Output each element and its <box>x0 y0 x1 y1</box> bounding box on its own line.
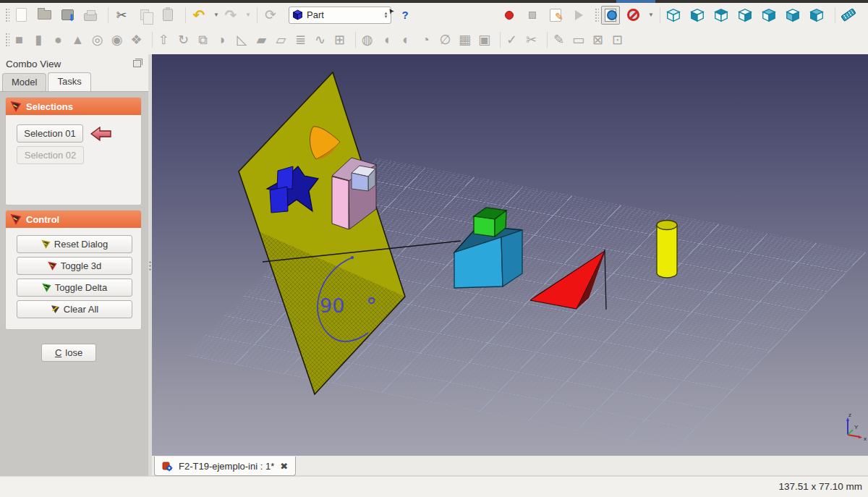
yellow-plane[interactable] <box>239 72 405 394</box>
dimension-readout: 137.51 x 77.10 mm <box>778 481 862 492</box>
print-button[interactable] <box>81 6 100 25</box>
view-bottom-button[interactable] <box>783 6 802 25</box>
control-groupbox: Control Reset Dialog Toggle 3d <box>5 210 142 330</box>
part-make-face-icon[interactable]: ▰ <box>254 31 269 48</box>
selection-01-button[interactable]: Selection 01 <box>17 124 83 143</box>
cut-button[interactable]: ✂ <box>112 6 131 25</box>
view-left-button[interactable] <box>807 6 826 25</box>
whats-this-button[interactable]: ? <box>396 6 414 25</box>
small-lavender-cube[interactable] <box>352 166 375 191</box>
part-chamfer-icon[interactable]: ◺ <box>234 31 250 48</box>
clear-all-label: Clear All <box>64 304 98 315</box>
axis-x-label: x <box>864 436 867 442</box>
macro-stop-button[interactable] <box>523 6 542 25</box>
part-defeaturing-icon[interactable]: ✂ <box>524 31 539 48</box>
toolbar-separator[interactable] <box>152 32 153 48</box>
refresh-button[interactable]: ⟳ <box>261 6 280 25</box>
part-boolean-section-icon[interactable]: ◔ <box>418 31 433 48</box>
copy-icon <box>140 9 149 20</box>
toggle-delta-button[interactable]: Toggle Delta <box>17 279 132 297</box>
macro-record-button[interactable] <box>500 6 519 25</box>
measure-distance-button[interactable] <box>839 6 858 25</box>
redo-history-dropdown[interactable]: ▼ <box>244 6 252 25</box>
view-front-icon <box>689 7 705 23</box>
new-document-icon <box>16 8 27 22</box>
open-document-button[interactable] <box>35 6 54 25</box>
clear-all-icon <box>51 305 60 314</box>
part-offset-icon[interactable]: ⊞ <box>332 31 347 48</box>
part-sphere-icon[interactable]: ● <box>51 31 66 48</box>
part-boolean-common-icon[interactable]: ◐ <box>399 31 414 48</box>
selections-header: Selections <box>6 98 141 115</box>
toolbar-separator[interactable] <box>355 32 356 48</box>
part-misc-tool-1-icon[interactable]: ✎ <box>551 31 566 48</box>
3d-viewport[interactable]: 90 ° z Y x <box>152 54 868 456</box>
toolbar-separator[interactable] <box>547 32 548 48</box>
document-tab[interactable]: F2-T19-ejemplo-ini : 1* ✖ <box>154 456 296 476</box>
part-misc-tool-4-icon[interactable]: ⊡ <box>610 31 625 48</box>
paste-button[interactable] <box>158 6 177 25</box>
undo-history-dropdown[interactable]: ▼ <box>213 6 220 25</box>
view-axonometric-button[interactable] <box>664 6 683 25</box>
tab-model[interactable]: Model <box>2 73 46 91</box>
part-misc-tool-3-icon[interactable]: ⊠ <box>590 31 605 48</box>
part-box-icon[interactable]: ■ <box>12 31 27 48</box>
view-rear-button[interactable] <box>760 6 778 25</box>
scissors-icon: ✂ <box>116 7 127 23</box>
workbench-selector[interactable]: Part ▲▼ <box>289 7 391 24</box>
part-tube-icon[interactable]: ◉ <box>109 31 124 48</box>
part-loft-icon[interactable]: ≣ <box>293 31 308 48</box>
combo-view-panel: Combo View Model Tasks Selections Select… <box>0 54 148 476</box>
angle-value-label: 90 <box>320 294 344 317</box>
part-cone-icon[interactable]: ▲ <box>70 31 85 48</box>
toggle-3d-button[interactable]: Toggle 3d <box>17 257 132 275</box>
part-ruled-surface-icon[interactable]: ▱ <box>273 31 289 48</box>
close-button[interactable]: Close <box>41 344 96 362</box>
part-fillet-icon[interactable]: ◗ <box>215 31 230 48</box>
part-torus-icon[interactable]: ◎ <box>90 31 105 48</box>
reset-dialog-button[interactable]: Reset Dialog <box>17 235 132 253</box>
open-folder-icon <box>38 10 51 20</box>
view-right-button[interactable] <box>736 6 754 25</box>
copy-button[interactable] <box>135 6 154 25</box>
part-boolean-union-icon[interactable]: ◍ <box>359 31 375 48</box>
draw-style-dropdown[interactable]: ▼ <box>647 6 655 25</box>
toolbar-grip[interactable] <box>5 33 9 47</box>
toolbar-grip[interactable] <box>5 8 9 22</box>
part-cross-sections-icon[interactable]: ∅ <box>438 31 453 48</box>
save-button[interactable] <box>58 6 77 25</box>
part-cylinder-icon[interactable]: ▮ <box>31 31 46 48</box>
macro-play-button[interactable] <box>569 6 588 25</box>
selection-02-button[interactable]: Selection 02 <box>17 146 84 164</box>
macro-record-icon <box>505 11 514 20</box>
toolbar-separator[interactable] <box>500 32 501 48</box>
redo-button[interactable]: ↷ <box>221 6 240 25</box>
part-revolve-icon[interactable]: ↻ <box>176 31 191 48</box>
macro-edit-button[interactable] <box>546 6 565 25</box>
view-front-button[interactable] <box>688 6 707 25</box>
fit-all-button[interactable] <box>601 6 620 25</box>
part-thickness-icon[interactable]: ▣ <box>477 31 492 48</box>
fit-all-icon <box>605 9 616 22</box>
tab-tasks[interactable]: Tasks <box>48 72 90 91</box>
part-misc-tool-2-icon[interactable]: ▭ <box>571 31 586 48</box>
save-icon <box>61 9 74 20</box>
part-check-geometry-icon[interactable]: ✓ <box>504 31 519 48</box>
draw-style-button[interactable] <box>624 6 643 25</box>
undo-button[interactable]: ↶ <box>190 6 208 25</box>
part-mirror-icon[interactable]: ⧉ <box>195 31 210 48</box>
toolbar-grip[interactable] <box>595 8 599 22</box>
part-shape-builder-icon[interactable]: ❖ <box>129 31 144 48</box>
view-top-button[interactable] <box>712 6 731 25</box>
red-wedge[interactable] <box>529 250 606 310</box>
part-compound-icon[interactable]: ▦ <box>457 31 472 48</box>
float-panel-icon[interactable] <box>133 60 141 67</box>
part-sweep-icon[interactable]: ∿ <box>312 31 328 48</box>
yellow-cylinder[interactable] <box>657 221 677 279</box>
new-document-button[interactable] <box>12 6 30 25</box>
reset-dialog-label: Reset Dialog <box>54 239 108 250</box>
part-boolean-cut-icon[interactable]: ◖ <box>379 31 394 48</box>
clear-all-button[interactable]: Clear All <box>17 300 132 318</box>
part-extrude-icon[interactable]: ⇧ <box>156 31 171 48</box>
document-tab-close-icon[interactable]: ✖ <box>280 461 288 472</box>
